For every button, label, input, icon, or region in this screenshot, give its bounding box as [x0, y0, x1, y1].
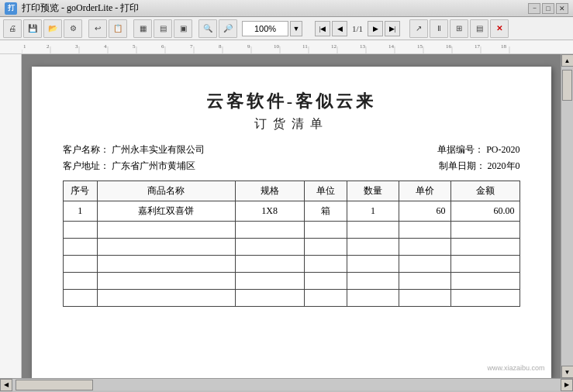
nav-first-button[interactable]: |◀ [315, 21, 330, 36]
doc-info-row-1: 客户名称： 广州永丰实业有限公司 单据编号： PO-2020 [63, 143, 520, 156]
row1-qty: 1 [347, 201, 399, 222]
h-scroll-thumb[interactable] [16, 380, 93, 390]
minimize-button[interactable]: － [528, 3, 540, 14]
svg-text:8: 8 [219, 43, 222, 50]
table-row: 1 嘉利红双喜饼 1X8 箱 1 60 60.00 [63, 201, 519, 222]
order-no-info: 单据编号： PO-2020 [437, 143, 519, 156]
date-value: 2020年0 [488, 160, 520, 171]
order-table: 序号 商品名称 规格 单位 数量 单价 金额 1 嘉利红双喜饼 1X8 [63, 181, 520, 307]
svg-text:6: 6 [161, 43, 164, 50]
main-area: 云客软件-客似云来 订货清单 客户名称： 广州永丰实业有限公司 单据编号： PO… [0, 54, 573, 378]
table-header-row: 序号 商品名称 规格 单位 数量 单价 金额 [63, 181, 519, 201]
scroll-track[interactable] [561, 67, 573, 366]
title-bar-left: 打 打印预览 - goOrderLite - 打印 [5, 2, 139, 15]
title-bar: 打 打印预览 - goOrderLite - 打印 － □ ✕ [0, 0, 573, 17]
close-button[interactable]: ✕ [556, 3, 568, 14]
svg-text:15: 15 [417, 43, 423, 50]
list-button[interactable]: ▤ [154, 19, 172, 38]
scroll-left-button[interactable]: ◀ [0, 379, 12, 391]
customer-label: 客户名称： [63, 144, 109, 155]
table-row [63, 222, 519, 239]
grid-button[interactable]: ▦ [133, 19, 152, 38]
scroll-down-button[interactable]: ▼ [561, 366, 574, 378]
paper: 云客软件-客似云来 订货清单 客户名称： 广州永丰实业有限公司 单据编号： PO… [32, 67, 551, 378]
tool-d-button[interactable]: ▤ [470, 19, 488, 38]
row1-amount: 60.00 [450, 201, 519, 222]
doc-title-main: 云客软件-客似云来 [63, 90, 520, 113]
date-label: 制单日期： [439, 160, 485, 171]
empty-unit [304, 222, 347, 239]
customer-name: 广州永丰实业有限公司 [112, 144, 205, 155]
svg-text:2: 2 [47, 43, 50, 50]
svg-text:3: 3 [75, 43, 78, 50]
h-scroll-track[interactable] [12, 379, 561, 390]
col-header-price: 单价 [399, 181, 450, 201]
scroll-thumb[interactable] [562, 70, 572, 101]
scroll-area: 云客软件-客似云来 订货清单 客户名称： 广州永丰实业有限公司 单据编号： PO… [22, 54, 561, 378]
scroll-right-button[interactable]: ▶ [561, 379, 573, 391]
svg-text:7: 7 [190, 43, 193, 50]
svg-text:13: 13 [360, 43, 366, 50]
row1-unit: 箱 [304, 201, 347, 222]
row1-price: 60 [399, 201, 450, 222]
zoom-box: 100% ▼ [242, 21, 302, 36]
empty-price [399, 222, 450, 239]
table-row [63, 290, 519, 307]
empty-qty [347, 222, 399, 239]
print-button[interactable]: 🖨 [3, 19, 22, 38]
col-header-spec: 规格 [235, 181, 304, 201]
table-row [63, 256, 519, 273]
svg-text:1: 1 [23, 43, 26, 50]
layout-button[interactable]: ▣ [174, 19, 192, 38]
toolbar: 🖨 💾 📂 ⚙ ↩ 📋 ▦ ▤ ▣ 🔍 🔎 100% ▼ |◀ ◀ 1/1 ▶ … [0, 17, 573, 40]
back-button[interactable]: ↩ [88, 19, 107, 38]
bottom-scrollbar: ◀ ▶ [0, 378, 573, 390]
settings-button[interactable]: ⚙ [64, 19, 82, 38]
zoom-in-button[interactable]: 🔎 [219, 19, 237, 38]
right-scrollbar: ▲ ▼ [561, 54, 573, 378]
ruler: 1 2 3 4 5 6 7 8 9 10 11 12 13 14 15 16 1… [0, 40, 573, 54]
col-header-amount: 金额 [450, 181, 519, 201]
page-info: 1/1 [349, 24, 366, 33]
svg-text:16: 16 [446, 43, 452, 50]
empty-name [97, 222, 235, 239]
address-info: 客户地址： 广东省广州市黄埔区 [63, 160, 195, 173]
zoom-dropdown[interactable]: ▼ [290, 21, 302, 36]
row1-name: 嘉利红双喜饼 [97, 201, 235, 222]
save-button[interactable]: 💾 [23, 19, 42, 38]
svg-text:14: 14 [388, 43, 395, 50]
address-label: 客户地址： [63, 160, 109, 171]
empty-seq [63, 222, 97, 239]
svg-text:12: 12 [331, 43, 337, 50]
tool-b-button[interactable]: Ⅱ [430, 19, 448, 38]
svg-text:4: 4 [104, 43, 107, 50]
exit-button[interactable]: ✕ [490, 19, 509, 38]
zoom-input[interactable]: 100% [242, 21, 288, 36]
row1-spec: 1X8 [235, 201, 304, 222]
nav-next-button[interactable]: ▶ [368, 21, 383, 36]
svg-text:10: 10 [274, 43, 280, 50]
svg-text:5: 5 [133, 43, 136, 50]
address-value: 广东省广州市黄埔区 [112, 160, 195, 171]
page-nav: |◀ ◀ 1/1 ▶ ▶| [315, 21, 400, 36]
row1-seq: 1 [63, 201, 97, 222]
tool-a-button[interactable]: ↗ [409, 19, 428, 38]
col-header-unit: 单位 [304, 181, 347, 201]
window-title: 打印预览 - goOrderLite - 打印 [22, 2, 139, 15]
left-ruler [0, 54, 22, 378]
nav-prev-button[interactable]: ◀ [332, 21, 347, 36]
scroll-up-button[interactable]: ▲ [561, 54, 574, 67]
tool-c-button[interactable]: ⊞ [450, 19, 468, 38]
svg-text:11: 11 [302, 43, 308, 50]
doc-title-sub: 订货清单 [63, 116, 520, 132]
date-info: 制单日期： 2020年0 [439, 160, 520, 173]
table-row [63, 239, 519, 256]
ruler-inner: 1 2 3 4 5 6 7 8 9 10 11 12 13 14 15 16 1… [22, 40, 561, 53]
zoom-out-button[interactable]: 🔍 [198, 19, 217, 38]
watermark: www.xiazaibu.com [487, 364, 544, 372]
copy-button[interactable]: 📋 [109, 19, 127, 38]
open-button[interactable]: 📂 [43, 19, 62, 38]
window-controls: － □ ✕ [528, 3, 568, 14]
nav-last-button[interactable]: ▶| [385, 21, 400, 36]
maximize-button[interactable]: □ [542, 3, 554, 14]
